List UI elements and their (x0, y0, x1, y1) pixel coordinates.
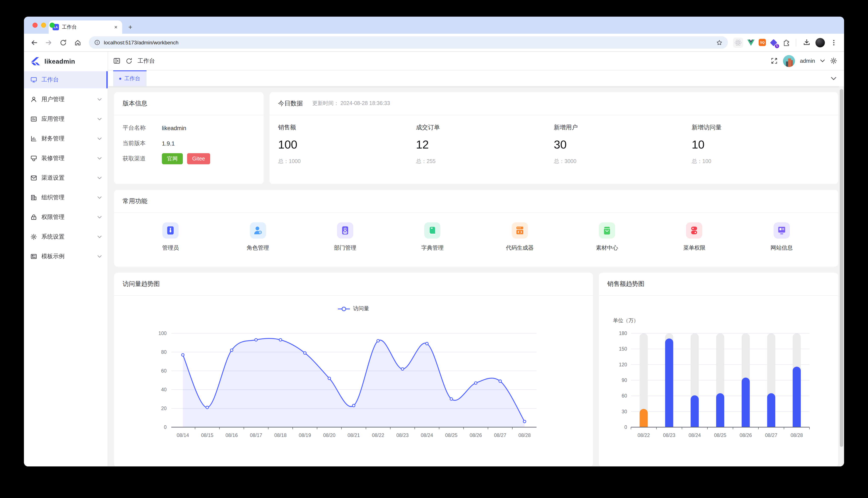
back-icon[interactable] (28, 37, 40, 49)
sidebar-item-工作台[interactable]: 工作台 (24, 71, 108, 88)
quick-item-label: 菜单权限 (683, 244, 705, 252)
new-tab-button[interactable]: + (125, 22, 136, 33)
browser-tab[interactable]: LA 工作台 × (49, 21, 122, 34)
decoration-icon (30, 155, 37, 162)
mail-icon (30, 174, 37, 181)
refresh-page-icon[interactable] (126, 57, 132, 64)
chevron-down-icon (98, 157, 102, 160)
svg-text:0: 0 (624, 424, 627, 430)
svg-text:08/22: 08/22 (372, 432, 384, 438)
quick-item-角色管理[interactable]: 角色管理 (214, 222, 302, 252)
sidebar-item-财务管理[interactable]: 财务管理 (24, 130, 108, 147)
svg-text:08/20: 08/20 (323, 432, 335, 438)
line-chart-legend[interactable]: 访问量 (114, 305, 593, 312)
browser-window: LA 工作台 × + localhos (24, 17, 844, 467)
browser-menu-kebab-icon[interactable] (828, 37, 840, 49)
sidebar-item-label: 系统设置 (41, 233, 98, 241)
settings-gear-icon[interactable] (830, 57, 837, 64)
chevron-down-icon (98, 118, 102, 120)
chevron-down-icon (98, 196, 102, 199)
sidebar-item-用户管理[interactable]: 用户管理 (24, 91, 108, 108)
lock-icon (30, 214, 37, 221)
stat-total: 总：255 (416, 158, 554, 165)
quick-item-label: 网站信息 (770, 244, 793, 252)
stat-value: 12 (416, 138, 554, 152)
svg-text:40: 40 (161, 387, 167, 392)
forward-icon[interactable] (43, 37, 55, 49)
version-row-label: 获取渠道 (123, 155, 162, 162)
username[interactable]: admin (800, 57, 815, 64)
sidebar-item-装修管理[interactable]: 装修管理 (24, 150, 108, 167)
sidebar-item-权限管理[interactable]: 权限管理 (24, 209, 108, 226)
reload-icon[interactable] (57, 37, 69, 49)
monitor-icon (30, 76, 37, 83)
tab-close-icon[interactable]: × (113, 24, 118, 30)
stat-成交订单: 成交订单12总：255 (416, 124, 554, 165)
address-bar[interactable]: localhost:5173/admin/workbench (89, 36, 728, 49)
active-tab-dot (119, 78, 121, 80)
profile-avatar[interactable] (815, 37, 825, 48)
page-scrollbar[interactable] (839, 86, 844, 467)
svg-text:08/25: 08/25 (714, 432, 726, 438)
quick-item-菜单权限[interactable]: 菜单权限 (651, 222, 738, 252)
quick-item-管理员[interactable]: 管理员 (127, 222, 214, 252)
sidebar-item-模板示例[interactable]: 模板示例 (24, 248, 108, 265)
fullscreen-icon[interactable] (770, 57, 778, 64)
sidebar-item-label: 权限管理 (41, 213, 98, 221)
quick-item-部门管理[interactable]: 部门管理 (302, 222, 389, 252)
url-text[interactable]: localhost:5173/admin/workbench (104, 39, 716, 45)
vue-devtools-extension-icon[interactable] (746, 37, 756, 48)
user-avatar[interactable] (783, 55, 795, 67)
diamond-extension-icon[interactable]: 5 (768, 37, 779, 48)
close-window-button[interactable] (33, 23, 38, 28)
stat-total: 总：3000 (554, 158, 692, 165)
zoom-window-button[interactable] (50, 23, 55, 28)
chevron-down-icon (98, 98, 102, 101)
quick-item-字典管理[interactable]: 字典管理 (389, 222, 476, 252)
svg-text:60: 60 (622, 393, 627, 398)
svg-text:100: 100 (158, 330, 167, 336)
collapse-sidebar-icon[interactable] (113, 57, 120, 64)
page-tabs-bar: 工作台 (108, 70, 844, 86)
sidebar-item-应用管理[interactable]: 应用管理 (24, 110, 108, 128)
react-devtools-extension-icon[interactable] (733, 37, 743, 48)
website-monitor-icon (774, 222, 790, 238)
visits-line-chart: 02040608010008/1408/1508/1608/1708/1808/… (114, 296, 593, 441)
svg-text:08/14: 08/14 (177, 432, 189, 438)
sidebar-item-系统设置[interactable]: 系统设置 (24, 228, 108, 245)
svg-text:150: 150 (619, 346, 627, 352)
sidebar-item-组织管理[interactable]: 组织管理 (24, 189, 108, 206)
app-window-icon (30, 116, 37, 122)
browser-toolbar: localhost:5173/admin/workbench SQ 5 (24, 34, 844, 52)
version-row-value: 1.9.1 (162, 140, 175, 147)
quick-item-素材中心[interactable]: 素材中心 (563, 222, 651, 252)
bookmark-star-icon[interactable] (716, 39, 723, 46)
tab-workbench[interactable]: 工作台 (113, 70, 146, 86)
sidebar-item-渠道设置[interactable]: 渠道设置 (24, 169, 108, 186)
brand-name: likeadmin (44, 57, 75, 65)
svg-text:08/28: 08/28 (518, 432, 531, 438)
tabs-chevron-down-icon[interactable] (831, 77, 837, 80)
stat-total: 总：1000 (278, 158, 416, 165)
channel-button-官网[interactable]: 官网 (162, 153, 183, 164)
site-info-icon[interactable] (94, 39, 100, 45)
user-chevron-down-icon[interactable] (820, 59, 825, 62)
today-card-title-row: 今日数据 更新时间： 2024-08-28 18:36:33 (270, 92, 838, 115)
admin-app: likeadmin 工作台用户管理应用管理财务管理装修管理渠道设置组织管理权限管… (24, 52, 844, 467)
channel-button-Gitee[interactable]: Gitee (187, 153, 210, 164)
stat-label: 成交订单 (416, 124, 554, 131)
svg-text:80: 80 (161, 349, 167, 355)
brand-logo-row[interactable]: likeadmin (24, 52, 108, 70)
tab-title: 工作台 (62, 24, 113, 30)
minimize-window-button[interactable] (41, 23, 46, 28)
sq-extension-icon[interactable]: SQ (759, 39, 766, 46)
svg-text:08/26: 08/26 (739, 432, 752, 438)
scrollbar-thumb[interactable] (840, 89, 843, 447)
quick-item-网站信息[interactable]: 网站信息 (738, 222, 825, 252)
quick-item-代码生成器[interactable]: 代码生成器 (476, 222, 563, 252)
home-icon[interactable] (72, 37, 84, 49)
sidebar-item-label: 组织管理 (41, 194, 98, 201)
svg-text:30: 30 (622, 409, 627, 414)
extensions-puzzle-icon[interactable] (781, 37, 792, 48)
downloads-icon[interactable] (801, 37, 813, 49)
